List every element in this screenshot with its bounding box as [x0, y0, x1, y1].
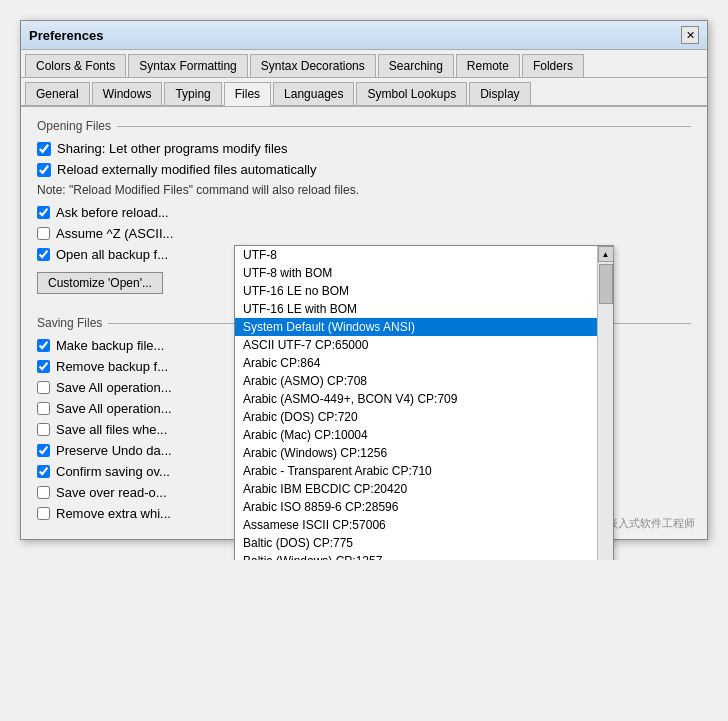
window-title: Preferences	[29, 28, 103, 43]
dropdown-item[interactable]: Arabic (ASMO-449+, BCON V4) CP:709	[235, 390, 597, 408]
dropdown-list[interactable]: UTF-8UTF-8 with BOMUTF-16 LE no BOMUTF-1…	[235, 246, 597, 560]
dropdown-item[interactable]: Baltic (Windows) CP:1257	[235, 552, 597, 560]
scrollbar-track: ▲ ▼	[597, 246, 613, 560]
reload-label: Reload externally modified files automat…	[57, 162, 316, 177]
tab-remote[interactable]: Remote	[456, 54, 520, 77]
preserve-undo-checkbox[interactable]	[37, 444, 50, 457]
tab-typing[interactable]: Typing	[164, 82, 221, 105]
dropdown-item[interactable]: ASCII UTF-7 CP:65000	[235, 336, 597, 354]
tab-syntax-decorations[interactable]: Syntax Decorations	[250, 54, 376, 77]
assume-row: Assume ^Z (ASCII...	[37, 226, 691, 241]
make-backup-label: Make backup file...	[56, 338, 164, 353]
preserve-undo-label: Preserve Undo da...	[56, 443, 172, 458]
save-all-op2-checkbox[interactable]	[37, 402, 50, 415]
tab-syntax-formatting[interactable]: Syntax Formatting	[128, 54, 247, 77]
tab-windows[interactable]: Windows	[92, 82, 163, 105]
save-all-files-label: Save all files whe...	[56, 422, 167, 437]
remove-extra-label: Remove extra whi...	[56, 506, 171, 521]
customize-open-button[interactable]: Customize 'Open'...	[37, 272, 163, 294]
assume-label: Assume ^Z (ASCII...	[56, 226, 173, 241]
opening-files-label: Opening Files	[37, 119, 111, 133]
scrollbar-up-button[interactable]: ▲	[598, 246, 614, 262]
note-text: Note: "Reload Modified Files" command wi…	[37, 183, 691, 197]
save-over-label: Save over read-o...	[56, 485, 167, 500]
opening-files-section-label: Opening Files	[37, 119, 691, 133]
dropdown-item[interactable]: UTF-16 LE no BOM	[235, 282, 597, 300]
tab-folders[interactable]: Folders	[522, 54, 584, 77]
save-all-op2-label: Save All operation...	[56, 401, 172, 416]
dropdown-item[interactable]: UTF-16 LE with BOM	[235, 300, 597, 318]
dropdown-item[interactable]: Arabic (Windows) CP:1256	[235, 444, 597, 462]
save-all-op1-label: Save All operation...	[56, 380, 172, 395]
dropdown-item[interactable]: UTF-8 with BOM	[235, 264, 597, 282]
scrollbar-thumb[interactable]	[599, 264, 613, 304]
content-area: Opening Files Sharing: Let other program…	[21, 107, 707, 539]
remove-backup-checkbox[interactable]	[37, 360, 50, 373]
open-backup-label: Open all backup f...	[56, 247, 168, 262]
sharing-row: Sharing: Let other programs modify files	[37, 141, 691, 156]
assume-checkbox[interactable]	[37, 227, 50, 240]
close-button[interactable]: ✕	[681, 26, 699, 44]
preferences-window: Preferences ✕ Colors & FontsSyntax Forma…	[20, 20, 708, 540]
sharing-label: Sharing: Let other programs modify files	[57, 141, 288, 156]
ask-before-label: Ask before reload...	[56, 205, 169, 220]
save-all-files-checkbox[interactable]	[37, 423, 50, 436]
ask-before-checkbox[interactable]	[37, 206, 50, 219]
tab-row-1: Colors & FontsSyntax FormattingSyntax De…	[21, 50, 707, 78]
tab-languages[interactable]: Languages	[273, 82, 354, 105]
saving-files-label: Saving Files	[37, 316, 102, 330]
remove-extra-checkbox[interactable]	[37, 507, 50, 520]
dropdown-item[interactable]: Arabic (ASMO) CP:708	[235, 372, 597, 390]
ask-before-row: Ask before reload...	[37, 205, 691, 220]
make-backup-checkbox[interactable]	[37, 339, 50, 352]
tab-row-2: GeneralWindowsTypingFilesLanguagesSymbol…	[21, 78, 707, 107]
reload-row: Reload externally modified files automat…	[37, 162, 691, 177]
dropdown-item[interactable]: Arabic ISO 8859-6 CP:28596	[235, 498, 597, 516]
confirm-saving-label: Confirm saving ov...	[56, 464, 170, 479]
tab-display[interactable]: Display	[469, 82, 530, 105]
reload-checkbox[interactable]	[37, 163, 51, 177]
confirm-saving-checkbox[interactable]	[37, 465, 50, 478]
title-bar: Preferences ✕	[21, 21, 707, 50]
dropdown-item[interactable]: UTF-8	[235, 246, 597, 264]
dropdown-item[interactable]: Arabic CP:864	[235, 354, 597, 372]
open-backup-checkbox[interactable]	[37, 248, 50, 261]
dropdown-item[interactable]: Arabic (Mac) CP:10004	[235, 426, 597, 444]
tab-symbol-lookups[interactable]: Symbol Lookups	[356, 82, 467, 105]
encoding-dropdown[interactable]: UTF-8UTF-8 with BOMUTF-16 LE no BOMUTF-1…	[234, 245, 614, 560]
dropdown-item[interactable]: System Default (Windows ANSI)	[235, 318, 597, 336]
remove-backup-label: Remove backup f...	[56, 359, 168, 374]
tab-files[interactable]: Files	[224, 82, 271, 106]
dropdown-item[interactable]: Arabic (DOS) CP:720	[235, 408, 597, 426]
sharing-checkbox[interactable]	[37, 142, 51, 156]
tab-searching[interactable]: Searching	[378, 54, 454, 77]
dropdown-item[interactable]: Baltic (DOS) CP:775	[235, 534, 597, 552]
dropdown-item[interactable]: Arabic IBM EBCDIC CP:20420	[235, 480, 597, 498]
save-over-checkbox[interactable]	[37, 486, 50, 499]
save-all-op1-checkbox[interactable]	[37, 381, 50, 394]
dropdown-item[interactable]: Arabic - Transparent Arabic CP:710	[235, 462, 597, 480]
tab-general[interactable]: General	[25, 82, 90, 105]
tab-colors---fonts[interactable]: Colors & Fonts	[25, 54, 126, 77]
dropdown-item[interactable]: Assamese ISCII CP:57006	[235, 516, 597, 534]
